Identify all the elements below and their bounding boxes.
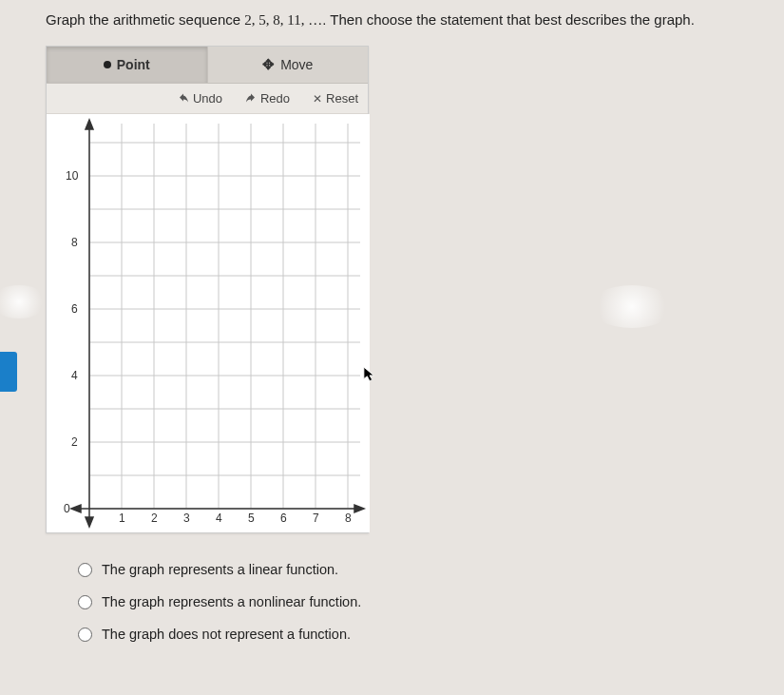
radio-icon [78, 595, 92, 609]
graph-widget: Point ✥ Move Undo Redo ✕ Reset [46, 46, 369, 533]
tick-x-3: 3 [183, 512, 190, 525]
svg-marker-23 [86, 517, 93, 527]
question-text: Graph the arithmetic sequence 2, 5, 8, 1… [0, 0, 784, 46]
tick-x-4: 4 [216, 512, 222, 525]
option-b-label: The graph represents a nonlinear functio… [102, 594, 361, 609]
tick-x-6: 6 [280, 512, 287, 525]
svg-marker-22 [86, 120, 93, 129]
graph-canvas[interactable]: 0 1 2 3 4 5 6 7 8 2 4 6 8 10 [47, 114, 370, 532]
glare-artifact [0, 285, 48, 319]
point-tool-button[interactable]: Point [47, 47, 208, 83]
radio-icon [78, 627, 92, 642]
option-c-label: The graph does not represent a function. [102, 627, 351, 642]
tick-x-0: 0 [64, 502, 70, 515]
tick-x-5: 5 [248, 512, 255, 525]
move-icon: ✥ [262, 56, 275, 73]
point-icon [104, 61, 111, 68]
radio-icon [78, 563, 92, 577]
question-prefix: Graph the arithmetic sequence [46, 11, 244, 28]
option-b[interactable]: The graph represents a nonlinear functio… [78, 594, 784, 609]
question-sequence: 2, 5, 8, 11, … [244, 12, 322, 28]
glare-artifact [589, 285, 675, 328]
option-c[interactable]: The graph does not represent a function. [78, 627, 784, 642]
tick-y-10: 10 [66, 169, 78, 183]
tick-x-2: 2 [151, 512, 158, 525]
tick-y-2: 2 [71, 435, 78, 449]
move-tool-button[interactable]: ✥ Move [208, 47, 369, 83]
option-a-label: The graph represents a linear function. [102, 562, 338, 577]
redo-icon [245, 93, 257, 105]
reset-icon: ✕ [313, 92, 322, 106]
question-suffix: . Then choose the statement that best de… [322, 11, 695, 28]
tick-x-7: 7 [313, 512, 319, 525]
undo-icon [178, 93, 189, 105]
action-row: Undo Redo ✕ Reset [47, 84, 368, 114]
reset-button[interactable]: ✕ Reset [313, 91, 358, 106]
svg-marker-26 [354, 505, 364, 512]
tick-y-4: 4 [71, 369, 78, 382]
tick-x-8: 8 [345, 512, 352, 525]
tick-y-8: 8 [71, 236, 78, 249]
tick-y-6: 6 [71, 302, 78, 316]
move-label: Move [280, 57, 313, 72]
tool-row: Point ✥ Move [47, 47, 368, 84]
undo-button[interactable]: Undo [178, 91, 222, 106]
svg-marker-25 [71, 505, 81, 512]
point-label: Point [117, 57, 150, 72]
tick-x-1: 1 [119, 512, 125, 525]
option-a[interactable]: The graph represents a linear function. [78, 562, 784, 577]
grid-svg [47, 114, 370, 532]
answer-list: The graph represents a linear function. … [78, 562, 784, 642]
redo-button[interactable]: Redo [245, 91, 290, 106]
reset-label: Reset [326, 91, 358, 106]
side-nav-tab[interactable] [0, 352, 17, 392]
redo-label: Redo [260, 91, 290, 106]
undo-label: Undo [193, 91, 222, 106]
